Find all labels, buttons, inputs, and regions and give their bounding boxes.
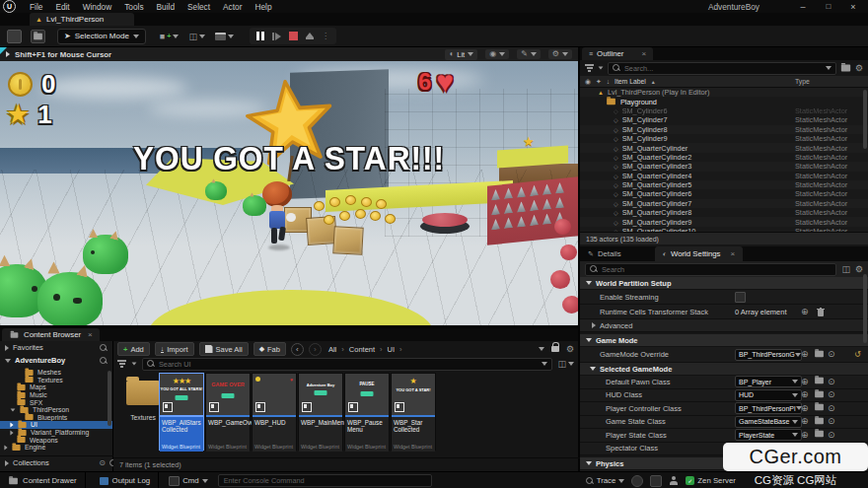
search-icon[interactable]: [100, 357, 108, 365]
filter-icon[interactable]: [585, 64, 594, 72]
outliner-row[interactable]: ◇SM_QuarterCylinder6StaticMeshActor: [580, 189, 868, 198]
game-state-select[interactable]: GameStateBase: [735, 416, 802, 428]
row-advanced[interactable]: Advanced: [580, 319, 868, 332]
details-scrollbar[interactable]: [863, 274, 867, 343]
menu-window[interactable]: Window: [83, 2, 112, 12]
outliner-row[interactable]: ◇SM_Cylinder9StaticMeshActor: [580, 134, 868, 143]
outliner-row[interactable]: ◇SM_QuarterCylinder4StaticMeshActor: [580, 172, 868, 180]
back-icon[interactable]: ‹: [291, 343, 304, 356]
asset-wbp-allstars[interactable]: ★★★ YOU GOT ALL STARS! WBP_AllStars Coll…: [159, 373, 204, 451]
tab-level[interactable]: ▲ Lvl_ThirdPerson: [30, 13, 134, 26]
section-selected-gamemode[interactable]: Selected GameMode: [580, 363, 868, 376]
editor-mode-select[interactable]: ➤ Selection Mode: [57, 29, 146, 44]
asset-wbp-hud[interactable]: ♥ WBP_HUDWidget Blueprint: [252, 373, 297, 451]
project-section[interactable]: AdventureBoy: [0, 354, 112, 367]
tree-item-ui[interactable]: UI: [0, 421, 112, 429]
add-button[interactable]: +Add: [117, 342, 150, 356]
play-options-icon[interactable]: ⋮: [322, 32, 329, 40]
pause-button[interactable]: [256, 32, 264, 40]
settings-icon[interactable]: ⚙: [566, 345, 574, 354]
stop-button[interactable]: [289, 32, 298, 40]
settings-search-input[interactable]: Search: [585, 263, 836, 276]
user-icon[interactable]: [669, 476, 679, 486]
asset-folder-textures[interactable]: Textures: [123, 377, 163, 446]
viewport-settings-icon[interactable]: ⚙: [548, 49, 572, 59]
visibility-column-icon[interactable]: ◉: [585, 78, 591, 86]
browse-folder-icon[interactable]: [814, 350, 825, 360]
asset-wbp-pausemenu[interactable]: PAUSE WBP_Pause MenuWidget Blueprint: [344, 373, 390, 451]
add-actor-icon[interactable]: ■+: [160, 32, 180, 41]
section-game-mode[interactable]: Game Mode: [580, 334, 868, 347]
outliner-search-input[interactable]: Search...: [608, 62, 836, 75]
browse-folder-icon[interactable]: [814, 377, 825, 386]
outliner-row[interactable]: ◇SM_QuarterCylinder9StaticMeshActor: [580, 217, 868, 226]
close-icon[interactable]: ×: [88, 330, 93, 339]
show-flags-dropdown[interactable]: ◉: [485, 49, 509, 59]
asset-wbp-star[interactable]: ★ YOU GOT A STAR! WBP_Star CollectedWidg…: [391, 373, 436, 451]
outliner-list[interactable]: ▲Lvl_ThirdPerson (Play In Editor) Playgr…: [580, 88, 868, 232]
outliner-row[interactable]: ◇SM_QuarterCylinder7StaticMeshActor: [580, 199, 868, 208]
tree-scrollbar[interactable]: [108, 371, 111, 426]
asset-wbp-gameover[interactable]: GAME OVER WBP_GameOverWidget Blueprint: [205, 373, 251, 451]
eject-button[interactable]: [306, 33, 314, 39]
menu-help[interactable]: Help: [254, 2, 271, 12]
collections-section[interactable]: Collections ⊙: [0, 455, 122, 469]
breadcrumb[interactable]: All› Content› UI›: [328, 345, 402, 354]
close-button[interactable]: ×: [845, 0, 861, 13]
outliner-row[interactable]: ◇SM_QuarterCylinder8StaticMeshActor: [580, 208, 868, 217]
outliner-settings-icon[interactable]: ⚙: [855, 64, 863, 73]
frame-skip-button[interactable]: [272, 33, 281, 40]
save-icon[interactable]: [7, 30, 22, 43]
trace-dropdown[interactable]: Trace: [586, 476, 625, 485]
favorites-section[interactable]: Favorites: [0, 341, 112, 354]
asset-wbp-mainmenu[interactable]: Adventure Boy WBP_MainMenuWidget Bluepri…: [298, 373, 343, 451]
create-folder-icon[interactable]: [840, 64, 851, 72]
player-controller-select[interactable]: BP_ThirdPersonPl: [735, 402, 802, 414]
tree-item-engine[interactable]: Engine: [0, 444, 112, 452]
fab-button[interactable]: ◆Fab: [253, 342, 286, 356]
menu-select[interactable]: Select: [187, 2, 210, 12]
content-drawer-button[interactable]: Content Drawer: [0, 472, 86, 488]
outliner-row[interactable]: ◇SM_QuarterCylinder3StaticMeshActor: [580, 162, 868, 171]
pin-column-icon[interactable]: ↓: [607, 78, 610, 85]
source-control-icon[interactable]: [650, 475, 662, 487]
default-pawn-select[interactable]: BP_Player: [735, 376, 802, 387]
close-icon[interactable]: ×: [731, 249, 736, 258]
add-element-icon[interactable]: ⊕: [801, 308, 809, 316]
hud-class-select[interactable]: HUD: [735, 389, 802, 401]
reset-to-default-icon[interactable]: ↺: [854, 350, 861, 359]
outliner-row[interactable]: ◇SM_QuarterCylinder2StaticMeshActor: [580, 153, 868, 162]
blueprints-icon[interactable]: ◫: [188, 32, 205, 41]
tab-details[interactable]: ✎ Details: [580, 246, 629, 261]
outliner-header[interactable]: ◉ ✦ ↓ Item Label▲ Type: [580, 76, 868, 88]
tree-item-weapons[interactable]: Weapons: [0, 436, 112, 444]
outliner-row-partial[interactable]: ◇SM_QuarterCylinder10StaticMeshActor: [580, 227, 868, 232]
add-blueprint-icon[interactable]: ⊕: [801, 350, 809, 359]
save-all-button[interactable]: Save All: [199, 342, 249, 356]
forward-icon[interactable]: ›: [309, 343, 322, 356]
section-world-partition[interactable]: World Partition Setup: [580, 277, 868, 290]
tree-item-meshes[interactable]: Meshes: [0, 369, 112, 377]
view-options-icon[interactable]: ◫: [557, 360, 574, 369]
outliner-row[interactable]: ◇SM_Cylinder7StaticMeshActor: [580, 115, 868, 124]
import-button[interactable]: ↓Import: [155, 342, 194, 356]
content-browser-icon[interactable]: [31, 30, 45, 43]
search-icon[interactable]: [100, 344, 108, 352]
tab-content-browser[interactable]: Content Browser ×: [2, 328, 100, 341]
cinematics-icon[interactable]: [215, 33, 234, 40]
gamemode-override-select[interactable]: BP_ThirdPersonG: [735, 349, 802, 361]
output-log-button[interactable]: Output Log: [92, 472, 160, 488]
tab-world-settings[interactable]: ◐ World Settings ×: [655, 246, 743, 261]
lock-icon[interactable]: [551, 346, 559, 352]
maximize-button[interactable]: □: [821, 0, 836, 13]
outliner-row[interactable]: ◇SM_QuarterCylinder5StaticMeshActor: [580, 180, 868, 189]
console-command-input[interactable]: Enter Console Command: [218, 474, 432, 487]
outliner-row[interactable]: ◇SM_Cylinder8StaticMeshActor: [580, 125, 868, 134]
outliner-row-folder[interactable]: Playground: [580, 97, 868, 105]
minimize-button[interactable]: –: [795, 0, 811, 13]
menu-build[interactable]: Build: [157, 2, 175, 12]
tree-item-sfx[interactable]: SFX: [0, 398, 112, 406]
outliner-row-level[interactable]: ▲Lvl_ThirdPerson (Play In Editor): [580, 88, 868, 97]
close-icon[interactable]: ×: [641, 49, 646, 58]
optimization-dropdown[interactable]: ✎: [517, 49, 541, 59]
